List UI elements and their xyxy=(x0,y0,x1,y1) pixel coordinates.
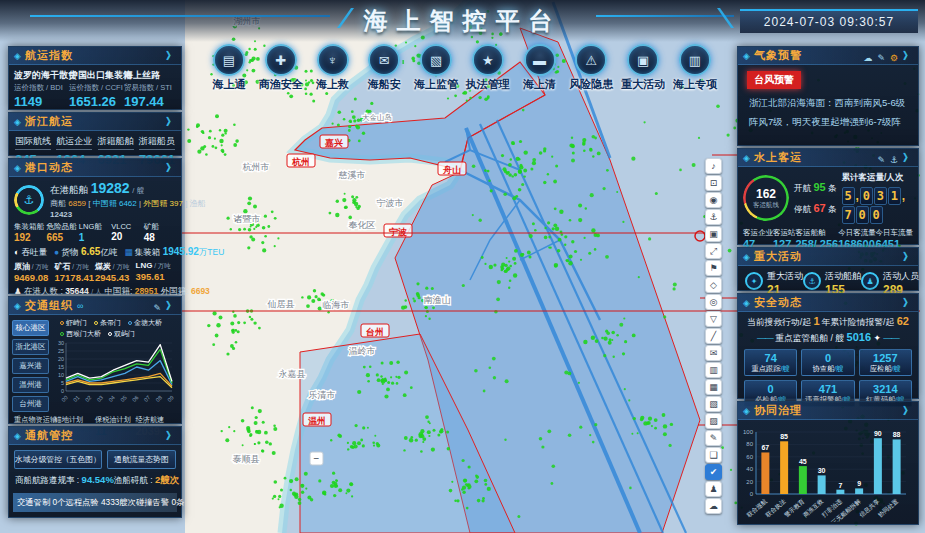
nav-shortcut-风险隐患[interactable]: ⚠风险隐患 xyxy=(566,44,616,92)
toolbar-image-button[interactable]: ▧ xyxy=(705,396,722,412)
toolbar-mail-button[interactable]: ✉ xyxy=(705,345,722,361)
tab-台州港[interactable]: 台州港 xyxy=(12,396,49,412)
zj-stat-label: 国际航线 xyxy=(15,135,51,150)
safety-box[interactable]: 1257应检船/艘 xyxy=(859,349,912,376)
passenger-stat-label: 今日车流量 xyxy=(876,228,913,238)
svg-text:0: 0 xyxy=(61,388,64,394)
tab-核心港区[interactable]: 核心港区 xyxy=(12,320,49,336)
nav-shortcut-海上监管[interactable]: ▧海上监管 xyxy=(411,44,461,92)
nav-shortcut-商渔安全[interactable]: ✚商渔安全 xyxy=(256,44,306,92)
safety-box-value: 471 xyxy=(802,383,853,395)
index-value: 1651.26 xyxy=(69,94,121,109)
toolbar-cloud-button[interactable]: ☁ xyxy=(705,498,722,514)
fullscreen-icon: ⤢ xyxy=(710,247,717,256)
flag-icon: ⚑ xyxy=(709,264,717,273)
zj-stat-label: 浙籍船员 xyxy=(139,135,175,150)
index-sub: 贸易指数 / STI xyxy=(124,83,176,93)
traffic-flow-button[interactable]: 通航流量态势图 xyxy=(107,450,176,469)
svg-text:88: 88 xyxy=(893,431,901,438)
cloud-icon[interactable]: ☁ xyxy=(863,53,872,63)
safety-box[interactable]: 74重点跟踪/艘 xyxy=(744,349,797,376)
gear-icon[interactable]: ⚙ xyxy=(890,53,898,63)
anchor-icon[interactable]: ⚓ xyxy=(890,155,898,165)
toolbar-filter-button[interactable]: ▽ xyxy=(705,311,722,327)
nav-shortcut-海上清[interactable]: ▬海上清 xyxy=(515,44,565,92)
expand-icon[interactable]: 》 xyxy=(166,429,176,443)
digital-counter: 5,031,700 xyxy=(842,186,914,224)
nav-shortcut-海船安[interactable]: ✉海船安 xyxy=(359,44,409,92)
pencil-icon[interactable]: ✎ xyxy=(153,303,161,313)
water-zoning-button[interactable]: 水域分级管控（五色图） xyxy=(14,450,102,469)
panel-water-passenger: ◈ 水上客运 ✎⚓ 》 162 客运航线 开航 95 条 停航 67 条 累计客… xyxy=(737,148,919,245)
expand-icon[interactable]: 》 xyxy=(166,161,176,175)
nav-shortcut-label: 重大活动 xyxy=(621,77,665,92)
legend-dot xyxy=(108,332,112,336)
city-label-仙居县: 仙居县 xyxy=(267,299,295,309)
toolbar-pin-button[interactable]: ◉ xyxy=(705,192,722,208)
bar-联合执法 xyxy=(780,441,788,494)
svg-text:01: 01 xyxy=(72,394,81,403)
pen-icon: ✎ xyxy=(710,434,718,443)
toolbar-ruler-button[interactable]: ╱ xyxy=(705,328,722,344)
diamond-icon: ◈ xyxy=(743,51,750,61)
passenger-stat-label: 今日客流量 xyxy=(838,228,875,238)
pencil-icon[interactable]: ✎ xyxy=(877,155,885,165)
expand-icon[interactable]: 》 xyxy=(166,49,176,63)
person-icon: ♟ xyxy=(861,272,879,290)
in-port-breakdown: 商船 6859 [ 中国籍 6462 | 外国籍 397 ] 渔船 xyxy=(50,198,176,209)
toolbar-label-button[interactable]: ⊡ xyxy=(705,175,722,191)
panel-header: ◈ 气象预警 ☁✎⚙ 》 xyxy=(738,47,918,65)
nav-shortcut-重大活动[interactable]: ▣重大活动 xyxy=(618,44,668,92)
toolbar-photo-button[interactable]: ▨ xyxy=(705,413,722,429)
tab-温州港[interactable]: 温州港 xyxy=(12,377,49,393)
pencil-icon[interactable]: ✎ xyxy=(877,53,885,63)
counter-char: 0 xyxy=(856,206,869,224)
toolbar-camera-button[interactable]: ▣ xyxy=(705,226,722,242)
toolbar-ship-button[interactable]: ⚓ xyxy=(705,209,722,225)
supervision-chart-icon: ▧ xyxy=(420,44,452,76)
svg-text:嘉兴: 嘉兴 xyxy=(325,138,343,148)
panel-title: 航运指数 xyxy=(25,48,73,63)
series-双屿门 xyxy=(66,345,172,382)
nav-shortcut-海上专项[interactable]: ▥海上专项 xyxy=(670,44,720,92)
tab-嘉兴港[interactable]: 嘉兴港 xyxy=(12,358,49,374)
nav-shortcut-执法管理[interactable]: ★执法管理 xyxy=(463,44,513,92)
city-label-大金山岛: 大金山岛 xyxy=(362,113,392,122)
legend-item: 双屿门 xyxy=(108,329,135,339)
expand-icon[interactable]: 》 xyxy=(903,296,913,310)
panel-title: 协同治理 xyxy=(754,403,802,418)
toolbar-message-button[interactable]: ❑ xyxy=(705,447,722,463)
svg-text:25: 25 xyxy=(58,348,64,354)
expand-icon[interactable]: 》 xyxy=(903,49,913,63)
toolbar-fullscreen-button[interactable]: ⤢ xyxy=(705,243,722,259)
map-collapse-button[interactable]: − xyxy=(310,452,323,465)
nav-shortcut-海上救[interactable]: ♆海上救 xyxy=(308,44,358,92)
panel-title: 重大活动 xyxy=(754,249,802,264)
toolbar-flag-button[interactable]: ⚑ xyxy=(705,260,722,276)
city-label-慈溪市: 慈溪市 xyxy=(338,170,366,180)
traffic-stat-label: 经济航速 xyxy=(136,415,177,425)
cargo-label: 煤炭 / 万吨 xyxy=(95,261,136,272)
toolbar-polygon-button[interactable]: ◇ xyxy=(705,277,722,293)
expand-icon[interactable]: 》 xyxy=(166,115,176,129)
toolbar-check-button[interactable]: ✔ xyxy=(705,464,722,480)
tab-浙北港区[interactable]: 浙北港区 xyxy=(12,339,49,355)
toolbar-locate-button[interactable]: ◎ xyxy=(705,294,722,310)
panel-port-dynamics: ◈ 港口动态 》 ⚓ 在港船舶 19282 / 艘 商船 xyxy=(8,158,182,294)
panel-header: ◈ 协同治理 》 xyxy=(738,402,918,420)
ship-icon: ⚓ xyxy=(709,213,717,222)
toolbar-grid-button[interactable]: ▦ xyxy=(705,379,722,395)
toolbar-chart-button[interactable]: ▥ xyxy=(705,362,722,378)
expand-icon[interactable]: 》 xyxy=(903,404,913,418)
expand-icon[interactable]: 》 xyxy=(166,299,176,313)
toolbar-user-button[interactable]: ♟ xyxy=(705,481,722,497)
panel-weather-warning: ◈ 气象预警 ☁✎⚙ 》 台风预警 浙江北部沿海海面：西南到南风5-6级阵风7级… xyxy=(737,46,919,146)
toolbar-pen-button[interactable]: ✎ xyxy=(705,430,722,446)
expand-icon[interactable]: 》 xyxy=(903,151,913,165)
expand-icon[interactable]: 》 xyxy=(903,250,913,264)
safety-box[interactable]: 0协查船/艘 xyxy=(801,349,854,376)
toolbar-volume-button[interactable]: ♪ xyxy=(705,158,722,174)
panel-title: 气象预警 xyxy=(754,48,802,63)
control-stat: 交通管制 0个 xyxy=(17,497,65,508)
nav-shortcut-海上通[interactable]: ▤海上通 xyxy=(204,44,254,92)
